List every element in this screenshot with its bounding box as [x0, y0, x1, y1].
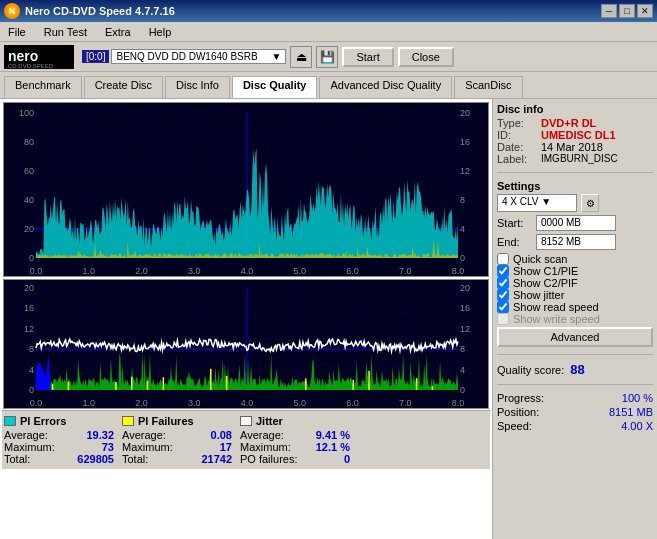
end-mb-input[interactable]: 8152 MB	[536, 234, 616, 250]
jitter-avg-row: Average: 9.41 %	[240, 429, 350, 441]
show-read-row: Show read speed	[497, 301, 653, 313]
quality-score-section: Quality score: 88	[497, 362, 653, 377]
quick-scan-checkbox[interactable]	[497, 253, 509, 265]
jitter-max-label: Maximum:	[240, 441, 291, 453]
show-jitter-checkbox[interactable]	[497, 289, 509, 301]
eject-button[interactable]: ⏏	[290, 46, 312, 68]
tab-scan-disc[interactable]: ScanDisc	[454, 76, 522, 98]
speed-label: Speed:	[497, 420, 532, 432]
show-jitter-row: Show jitter	[497, 289, 653, 301]
jitter-po-label: PO failures:	[240, 453, 297, 465]
divider-2	[497, 354, 653, 355]
bottom-chart	[3, 279, 489, 409]
close-button[interactable]: Close	[398, 47, 454, 67]
minimize-button[interactable]: ─	[601, 4, 617, 18]
disc-date-row: Date: 14 Mar 2018	[497, 141, 653, 153]
disc-info-section: Disc info Type: DVD+R DL ID: UMEDISC DL1…	[497, 103, 653, 165]
menu-run-test[interactable]: Run Test	[40, 25, 91, 39]
show-c1-label: Show C1/PIE	[513, 265, 578, 277]
start-mb-label: Start:	[497, 217, 532, 229]
titlebar: N Nero CD-DVD Speed 4.7.7.16 ─ □ ✕	[0, 0, 657, 22]
show-c2-row: Show C2/PIF	[497, 277, 653, 289]
pi-errors-avg-val: 19.32	[86, 429, 114, 441]
pi-errors-max-row: Maximum: 73	[4, 441, 114, 453]
pi-errors-total-label: Total:	[4, 453, 30, 465]
quick-scan-label: Quick scan	[513, 253, 567, 265]
pi-errors-total-row: Total: 629805	[4, 453, 114, 465]
settings-icon-button[interactable]: ⚙	[581, 194, 599, 212]
menu-extra[interactable]: Extra	[101, 25, 135, 39]
disc-date-key: Date:	[497, 141, 537, 153]
menu-file[interactable]: File	[4, 25, 30, 39]
progress-val: 100 %	[622, 392, 653, 404]
svg-text:CD·DVD·SPEED: CD·DVD·SPEED	[8, 63, 54, 69]
show-c2-label: Show C2/PIF	[513, 277, 578, 289]
disc-label-row: Label: IMGBURN_DISC	[497, 153, 653, 165]
svg-text:nero: nero	[8, 48, 38, 64]
jitter-po-val: 0	[344, 453, 350, 465]
settings-title: Settings	[497, 180, 653, 192]
progress-label: Progress:	[497, 392, 544, 404]
jitter-max-row: Maximum: 12.1 %	[240, 441, 350, 453]
jitter-avg-label: Average:	[240, 429, 284, 441]
jitter-color	[240, 416, 252, 426]
show-c2-checkbox[interactable]	[497, 277, 509, 289]
show-write-label: Show write speed	[513, 313, 600, 325]
pi-failures-header: PI Failures	[122, 415, 232, 427]
pi-errors-label: PI Errors	[20, 415, 66, 427]
start-button[interactable]: Start	[342, 47, 393, 67]
start-mb-input[interactable]: 0000 MB	[536, 215, 616, 231]
maximize-button[interactable]: □	[619, 4, 635, 18]
tab-benchmark[interactable]: Benchmark	[4, 76, 82, 98]
jitter-po-row: PO failures: 0	[240, 453, 350, 465]
show-read-checkbox[interactable]	[497, 301, 509, 313]
pi-errors-max-label: Maximum:	[4, 441, 55, 453]
pi-errors-max-val: 73	[102, 441, 114, 453]
pi-failures-avg-label: Average:	[122, 429, 166, 441]
jitter-max-val: 12.1 %	[316, 441, 350, 453]
tab-create-disc[interactable]: Create Disc	[84, 76, 163, 98]
tab-disc-quality[interactable]: Disc Quality	[232, 76, 318, 98]
position-row: Position: 8151 MB	[497, 406, 653, 418]
charts-panel: PI Errors Average: 19.32 Maximum: 73 Tot…	[0, 99, 492, 539]
pi-failures-color	[122, 416, 134, 426]
jitter-header: Jitter	[240, 415, 350, 427]
disc-id-key: ID:	[497, 129, 537, 141]
pi-failures-max-label: Maximum:	[122, 441, 173, 453]
menu-help[interactable]: Help	[145, 25, 176, 39]
quick-scan-row: Quick scan	[497, 253, 653, 265]
show-c1-checkbox[interactable]	[497, 265, 509, 277]
show-jitter-label: Show jitter	[513, 289, 564, 301]
disc-type-row: Type: DVD+R DL	[497, 117, 653, 129]
pi-failures-max-row: Maximum: 17	[122, 441, 232, 453]
close-window-button[interactable]: ✕	[637, 4, 653, 18]
app-icon: N	[4, 3, 20, 19]
divider-1	[497, 172, 653, 173]
tab-advanced-disc-quality[interactable]: Advanced Disc Quality	[319, 76, 452, 98]
show-c1-row: Show C1/PIE	[497, 265, 653, 277]
main-content: PI Errors Average: 19.32 Maximum: 73 Tot…	[0, 98, 657, 539]
disc-type-key: Type:	[497, 117, 537, 129]
disc-type-val: DVD+R DL	[541, 117, 596, 129]
advanced-button[interactable]: Advanced	[497, 327, 653, 347]
save-button[interactable]: 💾	[316, 46, 338, 68]
info-panel: Disc info Type: DVD+R DL ID: UMEDISC DL1…	[492, 99, 657, 539]
stats-bar: PI Errors Average: 19.32 Maximum: 73 Tot…	[2, 410, 490, 469]
pi-errors-header: PI Errors	[4, 415, 114, 427]
show-read-label: Show read speed	[513, 301, 599, 313]
pi-errors-color	[4, 416, 16, 426]
pi-failures-total-val: 21742	[201, 453, 232, 465]
pi-failures-max-val: 17	[220, 441, 232, 453]
app-title: Nero CD-DVD Speed 4.7.7.16	[25, 5, 175, 17]
position-label: Position:	[497, 406, 539, 418]
speed-combo[interactable]: 4 X CLV ▼	[497, 194, 577, 212]
drive-combo[interactable]: BENQ DVD DD DW1640 BSRB ▼	[111, 49, 286, 64]
progress-row: Progress: 100 %	[497, 392, 653, 404]
disc-label-key: Label:	[497, 153, 537, 165]
show-write-checkbox[interactable]	[497, 313, 509, 325]
speed-row: 4 X CLV ▼ ⚙	[497, 194, 653, 212]
tab-disc-info[interactable]: Disc Info	[165, 76, 230, 98]
speed-val: 4.00 X	[621, 420, 653, 432]
jitter-label: Jitter	[256, 415, 283, 427]
pi-errors-avg-row: Average: 19.32	[4, 429, 114, 441]
